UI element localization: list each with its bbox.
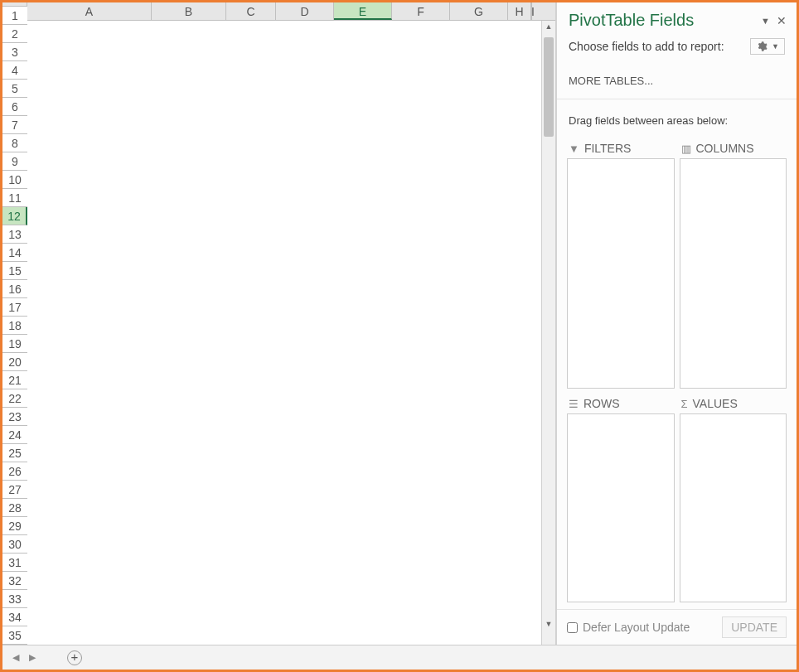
sheet-tab-strip: ◀ ▶ + [2, 645, 797, 670]
pane-subtitle: Choose fields to add to report: [569, 40, 724, 53]
row-header-35[interactable]: 35 [2, 626, 27, 645]
rows-icon: ☰ [569, 398, 579, 410]
row-header-5[interactable]: 5 [2, 80, 27, 98]
column-header-I[interactable]: I [531, 2, 532, 20]
row-header-25[interactable]: 25 [2, 444, 27, 462]
row-header-6[interactable]: 6 [2, 98, 27, 116]
column-header-B[interactable]: B [152, 2, 226, 20]
column-header-E[interactable]: E [334, 2, 392, 20]
scrollbar-thumb[interactable] [544, 37, 554, 137]
row-header-34[interactable]: 34 [2, 608, 27, 626]
row-header-26[interactable]: 26 [2, 462, 27, 481]
row-header-17[interactable]: 17 [2, 298, 27, 317]
row-header-16[interactable]: 16 [2, 280, 27, 298]
row-header-1[interactable]: 1 [2, 7, 27, 25]
row-header-7[interactable]: 7 [2, 116, 27, 134]
row-header-27[interactable]: 27 [2, 481, 27, 499]
spreadsheet-area: 1234567891011121314151617181920212223242… [2, 2, 556, 645]
row-header-22[interactable]: 22 [2, 389, 27, 408]
row-header-3[interactable]: 3 [2, 43, 27, 61]
row-header-11[interactable]: 11 [2, 189, 27, 207]
column-header-H[interactable]: H [508, 2, 531, 20]
row-header-18[interactable]: 18 [2, 317, 27, 335]
row-header-13[interactable]: 13 [2, 225, 27, 244]
row-header-2[interactable]: 2 [2, 25, 27, 43]
gear-icon [756, 41, 768, 52]
close-icon[interactable]: ✕ [777, 14, 787, 27]
column-header-D[interactable]: D [276, 2, 334, 20]
sigma-icon: Σ [681, 398, 688, 410]
defer-layout-checkbox[interactable] [567, 622, 578, 633]
row-header-24[interactable]: 24 [2, 426, 27, 444]
columns-area[interactable]: ▥COLUMNS [680, 138, 787, 389]
scroll-up-icon[interactable]: ▲ [542, 22, 555, 31]
row-header-4[interactable]: 4 [2, 61, 27, 80]
row-header-30[interactable]: 30 [2, 535, 27, 554]
row-header-15[interactable]: 15 [2, 262, 27, 280]
vertical-scrollbar[interactable]: ▲ ▼ [541, 21, 555, 645]
more-tables-link[interactable]: MORE TABLES... [557, 66, 797, 90]
values-area[interactable]: ΣVALUES [680, 394, 787, 602]
row-header-29[interactable]: 29 [2, 517, 27, 535]
filter-icon: ▼ [569, 143, 579, 155]
add-sheet-button[interactable]: + [67, 650, 82, 665]
column-header-C[interactable]: C [226, 2, 276, 20]
row-header-31[interactable]: 31 [2, 554, 27, 572]
columns-icon: ▥ [681, 143, 691, 155]
filters-area[interactable]: ▼FILTERS [567, 138, 675, 389]
scroll-down-icon[interactable]: ▼ [542, 620, 555, 628]
drag-hint: Drag fields between areas below: [557, 99, 797, 135]
row-header-8[interactable]: 8 [2, 134, 27, 152]
pane-options-icon[interactable]: ▼ [761, 16, 770, 26]
pivottable-fields-pane: PivotTable Fields ▼ ✕ Choose fields to a… [556, 2, 797, 645]
tab-nav-first-icon[interactable]: ◀ [7, 652, 24, 663]
row-header-23[interactable]: 23 [2, 408, 27, 426]
row-header-32[interactable]: 32 [2, 572, 27, 590]
rows-area[interactable]: ☰ROWS [567, 394, 675, 602]
row-header-28[interactable]: 28 [2, 499, 27, 517]
row-header-33[interactable]: 33 [2, 590, 27, 608]
column-header-G[interactable]: G [450, 2, 508, 20]
row-header-19[interactable]: 19 [2, 335, 27, 353]
defer-layout-label: Defer Layout Update [583, 621, 690, 634]
pane-title: PivotTable Fields [569, 11, 756, 30]
column-header-A[interactable]: A [27, 2, 152, 20]
row-header-21[interactable]: 21 [2, 371, 27, 389]
row-header-9[interactable]: 9 [2, 152, 27, 171]
row-header-10[interactable]: 10 [2, 171, 27, 189]
row-header-20[interactable]: 20 [2, 353, 27, 371]
tab-nav-prev-icon[interactable]: ▶ [24, 652, 41, 663]
column-header-F[interactable]: F [392, 2, 450, 20]
row-header-14[interactable]: 14 [2, 244, 27, 262]
update-button[interactable]: UPDATE [722, 616, 787, 638]
row-header-12[interactable]: 12 [2, 207, 27, 225]
field-list-options[interactable]: ▼ [750, 38, 785, 55]
